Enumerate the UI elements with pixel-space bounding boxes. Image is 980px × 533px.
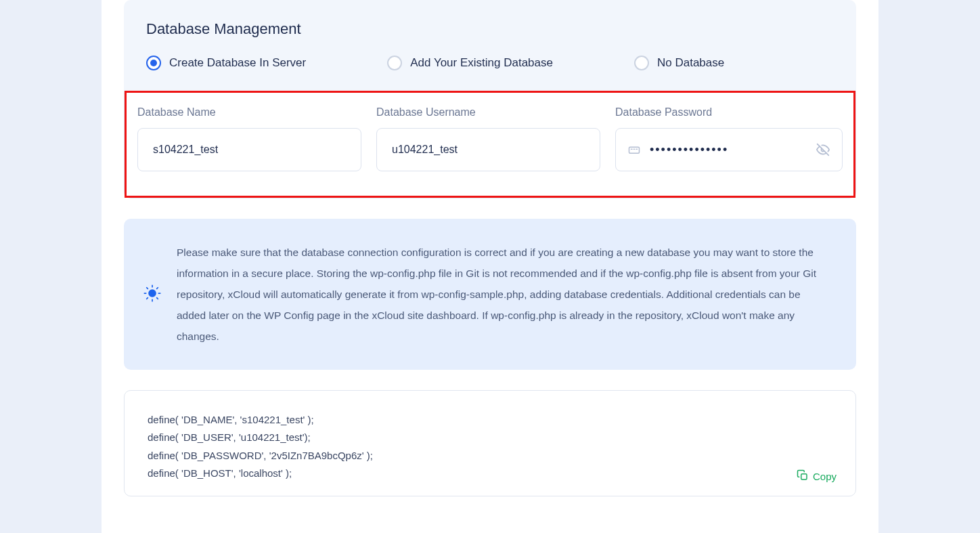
db-username-input[interactable] xyxy=(376,128,600,171)
radio-group: Create Database In Server Add Your Exist… xyxy=(146,56,834,70)
svg-point-2 xyxy=(148,289,156,297)
field-db-password: Database Password xyxy=(615,106,843,171)
code-line: define( 'DB_PASSWORD', '2v5IZn7BA9bcQp6z… xyxy=(148,447,832,465)
field-label: Database Password xyxy=(615,106,843,119)
section-title: Database Management xyxy=(146,20,834,38)
radio-label: No Database xyxy=(657,56,724,70)
svg-rect-0 xyxy=(629,147,640,153)
radio-unselected-icon xyxy=(387,56,402,70)
eye-off-icon[interactable] xyxy=(816,143,830,156)
db-management-card: Database Management Create Database In S… xyxy=(124,0,856,198)
radio-label: Create Database In Server xyxy=(169,56,306,70)
svg-line-8 xyxy=(157,297,158,299)
password-input-wrap xyxy=(615,128,843,171)
svg-rect-11 xyxy=(801,474,807,479)
radio-unselected-icon xyxy=(634,56,649,70)
radio-create-database[interactable]: Create Database In Server xyxy=(146,56,306,70)
code-line: define( 'DB_NAME', 's104221_test' ); xyxy=(148,411,832,429)
radio-selected-icon xyxy=(146,56,161,70)
copy-button[interactable]: Copy xyxy=(797,469,837,484)
field-label: Database Name xyxy=(137,106,361,119)
code-line: define( 'DB_USER', 'u104221_test'); xyxy=(148,429,832,446)
info-callout: Please make sure that the database conne… xyxy=(124,219,856,370)
field-db-username: Database Username xyxy=(376,106,600,171)
db-password-input[interactable] xyxy=(650,143,807,157)
svg-line-9 xyxy=(147,297,148,299)
copy-icon xyxy=(797,469,809,484)
radio-no-database[interactable]: No Database xyxy=(634,56,724,70)
field-db-name: Database Name xyxy=(137,106,361,171)
code-line: define( 'DB_HOST', 'localhost' ); xyxy=(148,465,832,482)
radio-existing-database[interactable]: Add Your Existing Database xyxy=(387,56,553,70)
generate-password-icon[interactable] xyxy=(628,144,640,156)
svg-line-10 xyxy=(157,287,158,289)
db-fields-highlighted: Database Name Database Username Database… xyxy=(125,91,855,198)
field-label: Database Username xyxy=(376,106,600,119)
svg-line-7 xyxy=(147,287,148,289)
info-text: Please make sure that the database conne… xyxy=(177,242,832,347)
page-container: Database Management Create Database In S… xyxy=(102,0,878,533)
code-snippet-box: define( 'DB_NAME', 's104221_test' ); def… xyxy=(124,390,856,496)
lightbulb-icon xyxy=(143,284,162,305)
card-body-wrap: Database Name Database Username Database… xyxy=(124,91,856,198)
card-header: Database Management Create Database In S… xyxy=(124,0,856,91)
db-name-input[interactable] xyxy=(137,128,361,171)
copy-label: Copy xyxy=(813,471,837,482)
radio-label: Add Your Existing Database xyxy=(410,56,553,70)
